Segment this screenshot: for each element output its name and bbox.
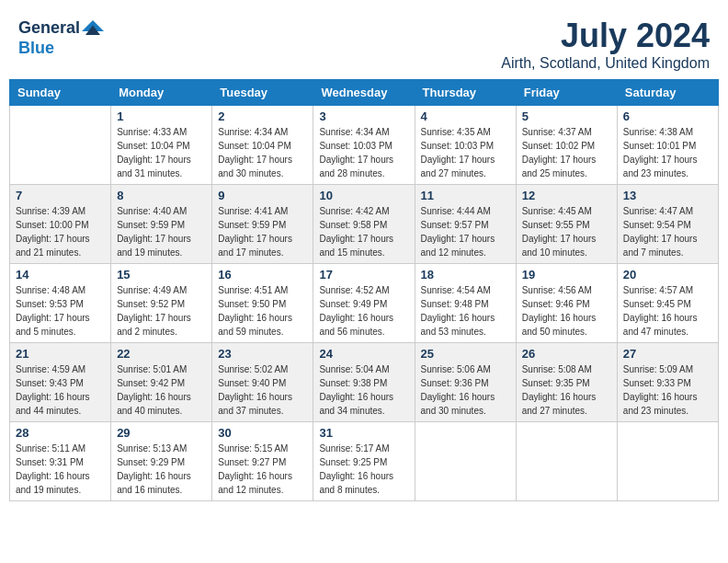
day-info-line: Sunset: 9:57 PM	[421, 218, 510, 232]
calendar-week-row: 21Sunrise: 4:59 AMSunset: 9:43 PMDayligh…	[10, 343, 719, 422]
day-info-line: Sunset: 9:25 PM	[319, 455, 408, 469]
day-detail: Sunrise: 4:47 AMSunset: 9:54 PMDaylight:…	[623, 204, 712, 259]
table-row: 21Sunrise: 4:59 AMSunset: 9:43 PMDayligh…	[10, 343, 111, 422]
day-number: 19	[522, 268, 611, 282]
day-info-line: Daylight: 17 hours and 25 minutes.	[522, 153, 611, 180]
day-number: 13	[623, 189, 712, 202]
day-info-line: Daylight: 17 hours and 7 minutes.	[623, 232, 712, 259]
day-info-line: Sunset: 9:59 PM	[218, 218, 307, 232]
day-number: 2	[218, 109, 307, 123]
table-row	[10, 106, 111, 185]
table-row: 27Sunrise: 5:09 AMSunset: 9:33 PMDayligh…	[617, 343, 718, 422]
table-row	[516, 422, 617, 501]
day-detail: Sunrise: 5:08 AMSunset: 9:35 PMDaylight:…	[522, 362, 611, 418]
table-row: 10Sunrise: 4:42 AMSunset: 9:58 PMDayligh…	[313, 185, 415, 264]
day-detail: Sunrise: 4:34 AMSunset: 10:03 PMDaylight…	[319, 125, 408, 180]
day-number: 26	[522, 347, 611, 361]
day-info-line: Sunset: 9:27 PM	[218, 455, 307, 469]
day-detail: Sunrise: 4:52 AMSunset: 9:49 PMDaylight:…	[319, 283, 408, 339]
day-info-line: Daylight: 17 hours and 10 minutes.	[522, 232, 611, 259]
day-info-line: Sunrise: 4:39 AM	[16, 204, 105, 218]
day-detail: Sunrise: 5:11 AMSunset: 9:31 PMDaylight:…	[16, 442, 105, 497]
table-row: 4Sunrise: 4:35 AMSunset: 10:03 PMDayligh…	[415, 106, 516, 185]
calendar-header-saturday: Saturday	[617, 80, 718, 106]
logo-general: General	[18, 18, 80, 38]
day-info-line: Sunrise: 4:45 AM	[522, 204, 611, 218]
day-detail: Sunrise: 4:37 AMSunset: 10:02 PMDaylight…	[522, 125, 611, 180]
day-number: 24	[319, 347, 408, 361]
title-area: July 2024 Airth, Scotland, United Kingdo…	[501, 17, 710, 72]
table-row: 23Sunrise: 5:02 AMSunset: 9:40 PMDayligh…	[212, 343, 313, 422]
day-info-line: Sunset: 9:38 PM	[319, 376, 408, 390]
day-number: 1	[117, 109, 206, 123]
day-detail: Sunrise: 4:56 AMSunset: 9:46 PMDaylight:…	[522, 283, 611, 339]
day-number: 12	[522, 189, 611, 202]
day-info-line: Sunset: 10:03 PM	[421, 139, 510, 153]
day-detail: Sunrise: 4:49 AMSunset: 9:52 PMDaylight:…	[117, 283, 206, 339]
day-number: 25	[421, 347, 510, 361]
day-info-line: Sunrise: 4:51 AM	[218, 283, 307, 297]
day-info-line: Sunset: 9:49 PM	[319, 297, 408, 311]
day-number: 22	[117, 347, 206, 361]
table-row: 1Sunrise: 4:33 AMSunset: 10:04 PMDayligh…	[111, 106, 212, 185]
table-row: 6Sunrise: 4:38 AMSunset: 10:01 PMDayligh…	[617, 106, 718, 185]
day-info-line: Sunset: 9:59 PM	[117, 218, 206, 232]
day-info-line: Sunrise: 5:01 AM	[117, 362, 206, 376]
day-info-line: Sunrise: 4:34 AM	[319, 125, 408, 139]
location-title: Airth, Scotland, United Kingdom	[501, 55, 710, 72]
day-info-line: Sunset: 10:04 PM	[117, 139, 206, 153]
day-number: 9	[218, 189, 307, 202]
calendar-header-monday: Monday	[111, 80, 212, 106]
table-row: 28Sunrise: 5:11 AMSunset: 9:31 PMDayligh…	[10, 422, 111, 501]
day-detail: Sunrise: 4:44 AMSunset: 9:57 PMDaylight:…	[421, 204, 510, 259]
day-info-line: Sunrise: 4:52 AM	[319, 283, 408, 297]
day-info-line: Sunrise: 4:57 AM	[623, 283, 712, 297]
day-info-line: Sunrise: 4:56 AM	[522, 283, 611, 297]
month-title: July 2024	[501, 17, 710, 55]
day-info-line: Sunrise: 5:13 AM	[117, 442, 206, 455]
table-row: 8Sunrise: 4:40 AMSunset: 9:59 PMDaylight…	[111, 185, 212, 264]
day-info-line: Sunset: 9:45 PM	[623, 297, 712, 311]
day-info-line: Daylight: 16 hours and 40 minutes.	[117, 390, 206, 418]
logo-icon	[82, 17, 104, 39]
day-info-line: Daylight: 17 hours and 31 minutes.	[117, 153, 206, 180]
day-info-line: Daylight: 16 hours and 53 minutes.	[421, 311, 510, 339]
calendar-week-row: 14Sunrise: 4:48 AMSunset: 9:53 PMDayligh…	[10, 264, 719, 343]
table-row	[415, 422, 516, 501]
day-info-line: Sunset: 9:43 PM	[16, 376, 105, 390]
day-info-line: Sunset: 10:01 PM	[623, 139, 712, 153]
day-info-line: Sunrise: 5:17 AM	[319, 442, 408, 455]
logo: General Blue	[18, 17, 104, 58]
day-info-line: Sunset: 9:50 PM	[218, 297, 307, 311]
calendar-header-wednesday: Wednesday	[313, 80, 415, 106]
day-info-line: Daylight: 16 hours and 44 minutes.	[16, 390, 105, 418]
calendar-table: SundayMondayTuesdayWednesdayThursdayFrid…	[9, 79, 719, 501]
day-info-line: Sunset: 10:03 PM	[319, 139, 408, 153]
day-info-line: Sunset: 9:55 PM	[522, 218, 611, 232]
day-detail: Sunrise: 4:51 AMSunset: 9:50 PMDaylight:…	[218, 283, 307, 339]
calendar-header-thursday: Thursday	[415, 80, 516, 106]
table-row: 26Sunrise: 5:08 AMSunset: 9:35 PMDayligh…	[516, 343, 617, 422]
day-info-line: Sunset: 9:29 PM	[117, 455, 206, 469]
calendar-header-sunday: Sunday	[10, 80, 111, 106]
day-info-line: Daylight: 17 hours and 15 minutes.	[319, 232, 408, 259]
day-detail: Sunrise: 4:48 AMSunset: 9:53 PMDaylight:…	[16, 283, 105, 339]
day-detail: Sunrise: 4:42 AMSunset: 9:58 PMDaylight:…	[319, 204, 408, 259]
table-row: 31Sunrise: 5:17 AMSunset: 9:25 PMDayligh…	[313, 422, 415, 501]
day-number: 16	[218, 268, 307, 282]
day-info-line: Sunrise: 4:48 AM	[16, 283, 105, 297]
day-info-line: Sunset: 10:04 PM	[218, 139, 307, 153]
day-number: 17	[319, 268, 408, 282]
day-info-line: Daylight: 17 hours and 27 minutes.	[421, 153, 510, 180]
day-number: 20	[623, 268, 712, 282]
day-detail: Sunrise: 4:33 AMSunset: 10:04 PMDaylight…	[117, 125, 206, 180]
day-info-line: Sunset: 9:53 PM	[16, 297, 105, 311]
table-row: 24Sunrise: 5:04 AMSunset: 9:38 PMDayligh…	[313, 343, 415, 422]
day-info-line: Sunrise: 4:41 AM	[218, 204, 307, 218]
day-detail: Sunrise: 4:57 AMSunset: 9:45 PMDaylight:…	[623, 283, 712, 339]
logo-blue: Blue	[18, 39, 54, 57]
day-number: 23	[218, 347, 307, 361]
day-info-line: Sunrise: 4:54 AM	[421, 283, 510, 297]
day-info-line: Sunrise: 4:59 AM	[16, 362, 105, 376]
table-row: 9Sunrise: 4:41 AMSunset: 9:59 PMDaylight…	[212, 185, 313, 264]
